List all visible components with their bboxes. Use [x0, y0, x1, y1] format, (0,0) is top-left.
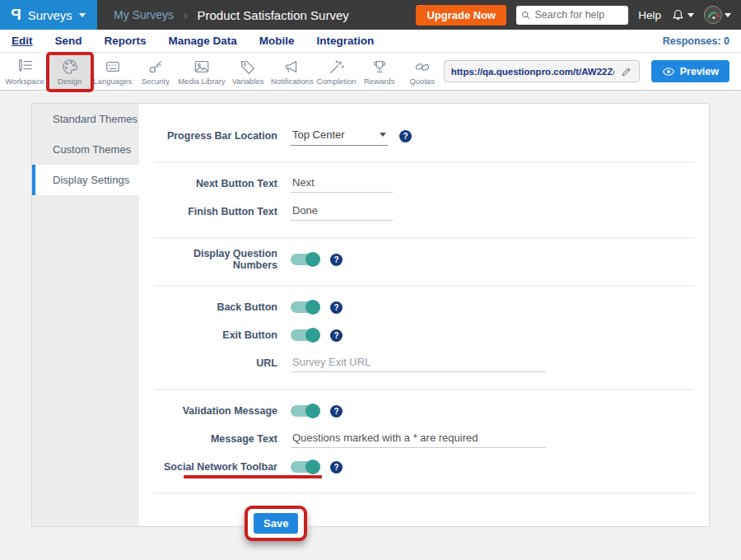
magic-wand-icon	[328, 58, 346, 75]
menu-send[interactable]: Send	[55, 35, 82, 47]
tool-security[interactable]: Security	[134, 54, 177, 89]
chevron-down-icon	[79, 13, 86, 17]
sidebar-item-display-settings[interactable]: Display Settings	[32, 165, 139, 195]
annotation-social-toolbar-underline	[184, 475, 322, 478]
section-validation: Validation Message ? Message Text Social…	[154, 390, 694, 494]
help-icon[interactable]: ?	[330, 461, 343, 474]
tool-notifications[interactable]: Notifications	[269, 54, 315, 89]
tool-languages[interactable]: Languages	[91, 54, 134, 89]
tool-design[interactable]: Design	[49, 54, 91, 89]
validation-message-toggle[interactable]	[291, 405, 319, 417]
tool-media-library[interactable]: Media Library	[177, 54, 226, 89]
progress-bar-location-value: Top Center	[292, 128, 345, 141]
product-label: Surveys	[28, 8, 72, 22]
trophy-icon	[370, 58, 389, 75]
display-question-numbers-label: Display Question Numbers	[154, 248, 277, 271]
questionpro-logo-icon: P	[11, 6, 21, 24]
survey-toolbar: Workspace Design Languages Security Medi…	[0, 53, 741, 91]
workspace-icon	[16, 58, 34, 75]
breadcrumb: My Surveys › Product Satisfaction Survey	[114, 8, 416, 22]
menu-manage-data[interactable]: Manage Data	[169, 35, 237, 47]
responses-count[interactable]: Responses: 0	[663, 35, 729, 47]
help-icon[interactable]: ?	[399, 130, 412, 142]
exit-url-input[interactable]	[291, 354, 546, 372]
social-network-toolbar-label: Social Network Toolbar	[154, 461, 277, 473]
search-icon	[521, 10, 530, 21]
breadcrumb-parent[interactable]: My Surveys	[114, 8, 174, 21]
notifications-bell-menu[interactable]	[671, 8, 694, 22]
top-header: P Surveys My Surveys › Product Satisfact…	[0, 0, 741, 30]
tool-completion[interactable]: Completion	[315, 54, 357, 89]
help-link[interactable]: Help	[638, 9, 661, 21]
help-icon[interactable]: ?	[330, 254, 343, 266]
toggle-knob	[305, 252, 320, 267]
survey-menu-bar: Edit Send Reports Manage Data Mobile Int…	[0, 30, 741, 53]
back-button-toggle[interactable]	[291, 301, 319, 313]
design-palette-icon	[61, 58, 79, 75]
message-text-label: Message Text	[154, 433, 277, 445]
tag-icon	[239, 58, 257, 75]
section-navigation-buttons: Back Button ? Exit Button ? URL	[154, 287, 694, 390]
menu-edit[interactable]: Edit	[12, 35, 33, 47]
toggle-knob	[305, 404, 320, 418]
save-area: Save	[245, 506, 709, 541]
exit-button-toggle[interactable]	[291, 329, 319, 341]
back-button-label: Back Button	[154, 301, 277, 313]
chain-link-icon	[413, 58, 431, 75]
section-question-numbers: Display Question Numbers ?	[154, 239, 694, 287]
edit-pencil-icon[interactable]	[621, 66, 632, 77]
exit-url-label: URL	[154, 357, 277, 369]
finish-button-text-input[interactable]	[291, 203, 393, 221]
key-icon	[147, 58, 165, 75]
next-button-text-input[interactable]	[291, 175, 393, 193]
social-network-toolbar-toggle[interactable]	[291, 461, 319, 473]
design-settings-card: Standard Themes Custom Themes Display Se…	[31, 103, 710, 527]
progress-bar-location-label: Progress Bar Location	[154, 130, 277, 142]
progress-bar-location-select[interactable]: Top Center	[291, 127, 388, 146]
section-button-text: Next Button Text Finish Button Text	[154, 163, 694, 239]
tool-variables[interactable]: Variables	[226, 54, 269, 89]
account-menu[interactable]	[704, 6, 731, 24]
chevron-down-icon	[687, 13, 694, 17]
validation-message-label: Validation Message	[154, 405, 277, 417]
menu-integration[interactable]: Integration	[317, 35, 375, 47]
display-settings-panel: Progress Bar Location Top Center ? Next …	[139, 104, 709, 526]
tool-workspace[interactable]: Workspace	[3, 54, 46, 89]
image-icon	[193, 58, 211, 75]
breadcrumb-separator: ›	[184, 9, 187, 21]
surveys-product-menu[interactable]: P Surveys	[0, 0, 97, 30]
chevron-down-icon	[380, 133, 386, 137]
sidebar-item-custom-themes[interactable]: Custom Themes	[32, 134, 139, 165]
design-sidebar: Standard Themes Custom Themes Display Se…	[32, 104, 139, 526]
toggle-knob	[305, 460, 320, 474]
finish-button-text-label: Finish Button Text	[154, 206, 277, 217]
annotation-save-highlight: Save	[245, 506, 307, 541]
save-button[interactable]: Save	[254, 513, 298, 534]
upgrade-now-button[interactable]: Upgrade Now	[416, 5, 506, 26]
next-button-text-label: Next Button Text	[154, 178, 277, 189]
keyboard-icon	[104, 58, 122, 75]
toggle-knob	[305, 300, 320, 315]
survey-url-field[interactable]: https://qa.questionpro.com/t/AW22Zcq2J	[444, 60, 640, 82]
section-progress-bar: Progress Bar Location Top Center ?	[154, 115, 694, 163]
preview-label: Preview	[680, 66, 719, 77]
chevron-down-icon	[725, 13, 731, 17]
toolbar-divider	[47, 56, 48, 87]
preview-button[interactable]: Preview	[651, 60, 729, 82]
help-search[interactable]	[516, 6, 628, 25]
help-icon[interactable]: ?	[330, 301, 343, 314]
tool-rewards[interactable]: Rewards	[358, 54, 401, 89]
eye-icon	[662, 67, 675, 77]
help-icon[interactable]: ?	[330, 329, 343, 342]
search-input[interactable]	[535, 9, 624, 21]
message-text-input[interactable]	[291, 430, 546, 448]
menu-reports[interactable]: Reports	[105, 35, 147, 47]
display-question-numbers-toggle[interactable]	[291, 254, 319, 265]
tool-quotas[interactable]: Quotas	[401, 54, 444, 89]
menu-mobile[interactable]: Mobile	[259, 35, 295, 47]
avatar	[704, 6, 722, 24]
help-icon[interactable]: ?	[330, 405, 343, 418]
megaphone-icon	[283, 58, 301, 75]
sidebar-item-standard-themes[interactable]: Standard Themes	[32, 104, 139, 134]
toggle-knob	[305, 328, 320, 343]
